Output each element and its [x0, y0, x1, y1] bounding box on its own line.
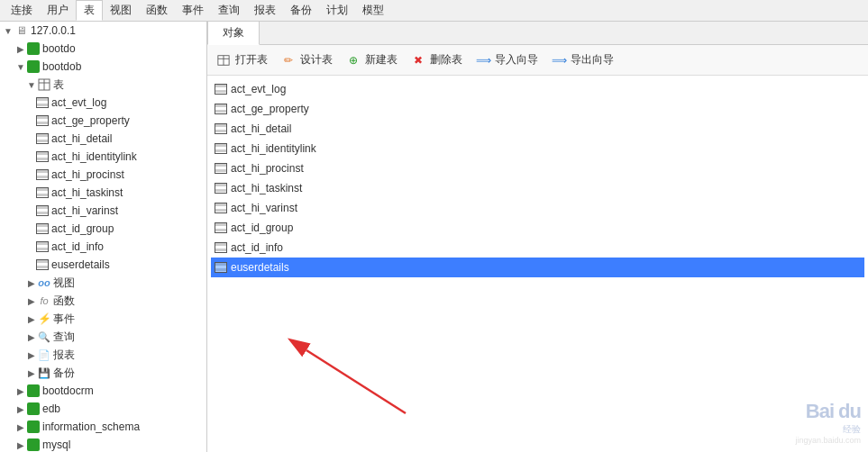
menu-model[interactable]: 模型 [355, 1, 391, 20]
toggle-queries[interactable]: ▶ [25, 330, 38, 343]
new-table-icon: ⊕ [347, 54, 360, 67]
tree-table-act_evt_log[interactable]: act_evt_log [0, 94, 206, 112]
toggle-info-schema[interactable]: ▶ [14, 420, 27, 433]
menu-report[interactable]: 报表 [247, 1, 283, 20]
tree-table-act_hi_varinst[interactable]: act_hi_varinst [0, 202, 206, 220]
toggle-views[interactable]: ▶ [25, 276, 38, 289]
obj-table-icon [215, 104, 227, 114]
tree-db-mysql[interactable]: ▶ mysql [0, 436, 206, 452]
import-icon: ⟹ [477, 54, 489, 67]
obj-table-icon [215, 123, 227, 134]
open-table-label: 打开表 [235, 52, 268, 68]
tree-db-bootdocrm[interactable]: ▶ bootdocrm [0, 382, 206, 400]
obj-act_hi_varinst[interactable]: act_hi_varinst [211, 198, 864, 218]
obj-act_id_group[interactable]: act_id_group [211, 218, 864, 238]
toggle-bootdob[interactable]: ▼ [14, 60, 27, 73]
obj-table-icon [215, 262, 227, 273]
tree-events-group[interactable]: ▶ ⚡ 事件 [0, 310, 206, 328]
db-icon-bootdocrm [27, 384, 40, 397]
toggle-funcs[interactable]: ▶ [25, 294, 38, 307]
db-label-bootdo: bootdo [42, 42, 76, 55]
tree-funcs-group[interactable]: ▶ fo 函数 [0, 292, 206, 310]
toggle-bootdocrm[interactable]: ▶ [14, 384, 27, 397]
tree-reports-group[interactable]: ▶ 📄 报表 [0, 346, 206, 364]
tree-table-act_ge_property[interactable]: act_ge_property [0, 112, 206, 130]
toggle-bootdo[interactable]: ▶ [14, 42, 27, 55]
watermark: Bai du 经验 jingyan.baidu.com [795, 400, 861, 445]
tree-table-act_id_group[interactable]: act_id_group [0, 220, 206, 238]
tree-table-act_hi_taskinst[interactable]: act_hi_taskinst [0, 184, 206, 202]
tree-backups-group[interactable]: ▶ 💾 备份 [0, 364, 206, 382]
tables-label: 表 [53, 77, 64, 93]
db-label-bootdob: bootdob [42, 60, 81, 73]
tree-table-euserdetails[interactable]: euserdetails [0, 256, 206, 274]
open-table-btn[interactable]: 打开表 [211, 49, 274, 71]
obj-act_hi_identitylink[interactable]: act_hi_identitylink [211, 139, 864, 158]
obj-act_evt_log[interactable]: act_evt_log [211, 79, 864, 99]
tree-db-edb[interactable]: ▶ edb [0, 400, 206, 418]
obj-table-icon [215, 242, 227, 253]
obj-act_ge_property[interactable]: act_ge_property [211, 99, 864, 119]
tree-table-act_hi_identitylink[interactable]: act_hi_identitylink [0, 148, 206, 166]
obj-act_hi_procinst[interactable]: act_hi_procinst [211, 158, 864, 178]
obj-act_id_info[interactable]: act_id_info [211, 238, 864, 258]
query-icon: 🔍 [38, 330, 50, 343]
table-icon [36, 133, 49, 144]
sidebar: ▼ 🖥 127.0.0.1 ▶ bootdo ▼ bootdob ▼ 表 [0, 22, 207, 452]
obj-label: act_hi_varinst [231, 202, 297, 214]
table-icon [36, 259, 49, 270]
table-icon [36, 241, 49, 252]
tree-db-information_schema[interactable]: ▶ information_schema [0, 418, 206, 436]
obj-act_hi_detail[interactable]: act_hi_detail [211, 119, 864, 139]
menu-event[interactable]: 事件 [175, 1, 211, 20]
tree-table-act_hi_procinst[interactable]: act_hi_procinst [0, 166, 206, 184]
new-table-btn[interactable]: ⊕ 新建表 [341, 49, 404, 71]
tree-db-bootdo[interactable]: ▶ bootdo [0, 40, 206, 58]
tree-views-group[interactable]: ▶ oo 视图 [0, 274, 206, 292]
svg-line-7 [306, 350, 406, 413]
menu-user[interactable]: 用户 [40, 1, 76, 20]
design-table-label: 设计表 [300, 52, 333, 68]
export-btn[interactable]: ⟹ 导出向导 [546, 49, 620, 71]
obj-label: act_hi_detail [231, 122, 291, 135]
toggle-backups[interactable]: ▶ [25, 366, 38, 379]
toggle-reports[interactable]: ▶ [25, 348, 38, 361]
menu-plan[interactable]: 计划 [319, 1, 355, 20]
obj-act_hi_taskinst[interactable]: act_hi_taskinst [211, 178, 864, 198]
toggle-edb[interactable]: ▶ [14, 402, 27, 415]
menu-backup[interactable]: 备份 [283, 1, 319, 20]
tree-db-bootdob[interactable]: ▼ bootdob [0, 58, 206, 76]
design-table-btn[interactable]: ✏ 设计表 [276, 49, 339, 71]
import-btn[interactable]: ⟹ 导入向导 [471, 49, 544, 71]
main-content: ▼ 🖥 127.0.0.1 ▶ bootdo ▼ bootdob ▼ 表 [0, 22, 868, 452]
tree-connection[interactable]: ▼ 🖥 127.0.0.1 [0, 22, 206, 40]
menu-query[interactable]: 查询 [211, 1, 247, 20]
object-list: act_evt_log act_ge_property act_hi_detai… [207, 76, 868, 452]
toggle-events[interactable]: ▶ [25, 312, 38, 325]
obj-euserdetails[interactable]: euserdetails [211, 258, 864, 277]
menu-view[interactable]: 视图 [103, 1, 139, 20]
toolbar: 打开表 ✏ 设计表 ⊕ 新建表 ✖ 删除表 ⟹ 导入向导 ⟹ 导出向导 [207, 45, 868, 76]
menu-func[interactable]: 函数 [139, 1, 175, 20]
tree-tables-group[interactable]: ▼ 表 [0, 76, 206, 94]
obj-table-icon [215, 163, 227, 174]
right-panel: 对象 打开表 ✏ 设计表 ⊕ 新建表 ✖ 删除表 ⟹ [207, 22, 868, 452]
toggle-connection[interactable]: ▼ [2, 24, 14, 37]
db-label-info-schema: information_schema [42, 420, 140, 433]
toggle-tables[interactable]: ▼ [25, 78, 38, 91]
tree-table-act_hi_detail[interactable]: act_hi_detail [0, 130, 206, 148]
tree-queries-group[interactable]: ▶ 🔍 查询 [0, 328, 206, 346]
tab-object[interactable]: 对象 [207, 22, 260, 45]
table-icon [36, 169, 49, 180]
baidu-sub: 经验 [843, 423, 861, 436]
reports-label: 报表 [53, 348, 75, 363]
delete-table-btn[interactable]: ✖ 删除表 [406, 49, 469, 71]
menu-table[interactable]: 表 [76, 0, 103, 21]
toggle-mysql[interactable]: ▶ [14, 438, 27, 451]
backup-icon: 💾 [38, 366, 50, 379]
events-label: 事件 [53, 312, 75, 327]
tree-table-act_id_info[interactable]: act_id_info [0, 238, 206, 256]
export-icon: ⟹ [553, 54, 565, 67]
backups-label: 备份 [53, 366, 75, 381]
menu-connect[interactable]: 连接 [4, 1, 40, 20]
